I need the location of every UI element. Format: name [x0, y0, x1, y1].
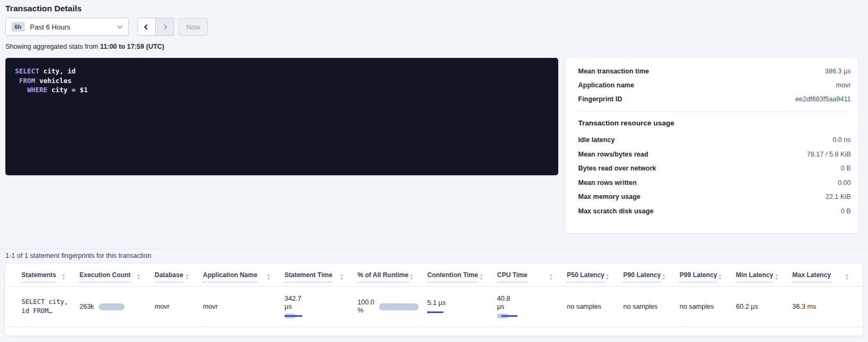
next-time-button[interactable]	[156, 18, 174, 36]
summary-row-mean-transaction-time: Mean transaction time 386.3 µs	[578, 64, 851, 78]
cell-execution-count: 263k	[79, 287, 155, 327]
column-header-p50-latency[interactable]: P50 Latency▲▼	[567, 264, 623, 287]
statements-table-card: Statements▲▼ Execution Count▲▼ Database▲…	[5, 264, 863, 336]
column-header-p99-latency[interactable]: P99 Latency▲▼	[680, 264, 736, 287]
column-header-min-latency[interactable]: Min Latency▲▼	[736, 264, 792, 287]
sort-icon: ▲▼	[845, 273, 849, 282]
sort-icon: ▲▼	[410, 273, 413, 282]
prev-time-button[interactable]	[137, 18, 156, 36]
resource-row-max-memory-usage: Max memory usage 22.1 KiB	[578, 190, 851, 204]
cell-max-latency: 36.3 ms	[792, 287, 863, 327]
time-range-badge: 6h	[11, 22, 25, 32]
chevron-down-icon	[118, 24, 123, 29]
statement-row: SELECT city,id FROM… 263k movr movr 342.…	[5, 287, 863, 327]
sort-icon: ▲▼	[479, 273, 483, 282]
transaction-summary-card: Mean transaction time 386.3 µs Applicati…	[565, 58, 858, 233]
resource-usage-title: Transaction resource usage	[578, 118, 851, 128]
cell-cpu-time: 40.8 µs	[497, 287, 567, 327]
caption-time-range: 11:00 to 17:59 (UTC)	[100, 43, 164, 50]
statement-time-bar	[285, 314, 358, 318]
column-header-execution-count[interactable]: Execution Count▲▼	[79, 264, 155, 287]
time-range-picker[interactable]: 6h Past 6 Hours	[5, 18, 129, 36]
sort-icon: ▲▼	[606, 273, 609, 282]
cell-statement: SELECT city,id FROM…	[5, 287, 79, 327]
cell-database: movr	[155, 287, 203, 327]
chevron-right-icon	[162, 24, 167, 29]
time-range-label: Past 6 Hours	[30, 23, 118, 31]
sort-icon: ▲▼	[662, 273, 666, 282]
column-header-percent-of-all-runtime[interactable]: % of All Runtime▲▼	[358, 264, 427, 287]
resource-row-bytes-read-over-network: Bytes read over network 0 B	[578, 161, 851, 176]
summary-row-fingerprint-id: Fingerprint ID ee2df683f5aa9411	[578, 92, 851, 106]
sort-icon: ▲▼	[718, 273, 722, 282]
statements-table: Statements▲▼ Execution Count▲▼ Database▲…	[5, 264, 863, 327]
column-header-max-latency[interactable]: Max Latency▲▼	[792, 264, 863, 287]
sql-statement-box: SELECT city, id FROM vehicles WHERE city…	[5, 58, 558, 175]
cell-percent-of-all-runtime: 100.0 %	[358, 287, 427, 327]
cell-contention-time: 5.1 µs	[427, 287, 497, 327]
column-header-statement-time[interactable]: Statement Time▲▼	[285, 264, 358, 287]
column-header-database[interactable]: Database▲▼	[155, 264, 203, 287]
statement-link[interactable]: SELECT city,id FROM…	[21, 298, 79, 316]
sort-icon: ▲▼	[549, 273, 553, 282]
cell-min-latency: 60.2 µs	[736, 287, 792, 327]
column-header-cpu-time[interactable]: CPU Time▲▼	[497, 264, 567, 287]
resource-row-idle-latency: Idle latency 0.0 ns	[578, 133, 851, 147]
time-nav-group	[137, 18, 174, 36]
resource-row-max-scratch-disk-usage: Max scratch disk usage 0 B	[578, 204, 851, 219]
sort-icon: ▲▼	[185, 273, 189, 282]
cpu-time-bar	[497, 314, 567, 318]
contention-time-bar	[427, 310, 497, 315]
cell-p99-latency: no samples	[680, 287, 736, 327]
time-controls: 6h Past 6 Hours Now	[5, 18, 863, 36]
sort-icon: ▲▼	[137, 273, 141, 282]
runtime-bar	[379, 303, 419, 310]
resource-row-mean-rows-bytes-read: Mean rows/bytes read 78.17 / 5.8 KiB	[578, 147, 851, 162]
sort-icon: ▲▼	[775, 273, 778, 282]
execution-count-bar	[99, 303, 125, 310]
sort-icon: ▲▼	[267, 273, 271, 282]
now-button[interactable]: Now	[179, 18, 208, 36]
sql-line: SELECT city, id	[15, 66, 549, 76]
column-header-statements[interactable]: Statements▲▼	[5, 264, 79, 287]
column-header-p90-latency[interactable]: P90 Latency▲▼	[623, 264, 680, 287]
table-header-row: Statements▲▼ Execution Count▲▼ Database▲…	[5, 264, 863, 287]
sql-line: WHERE city = $1	[15, 85, 549, 95]
sort-icon: ▲▼	[62, 273, 65, 282]
cell-application-name: movr	[203, 287, 285, 327]
caption-prefix: Showing aggregated stats from	[5, 43, 100, 50]
cell-p90-latency: no samples	[623, 287, 680, 327]
page-title: Transaction Details	[5, 3, 863, 14]
sort-icon: ▲▼	[340, 273, 344, 282]
summary-divider	[578, 111, 851, 112]
chevron-left-icon	[144, 24, 149, 29]
main-row: SELECT city, id FROM vehicles WHERE city…	[5, 58, 863, 233]
section-divider	[0, 249, 868, 249]
column-header-application-name[interactable]: Application Name▲▼	[203, 264, 285, 287]
transaction-details-page: Transaction Details 6h Past 6 Hours Now …	[0, 0, 868, 336]
resource-row-mean-rows-written: Mean rows written 0.00	[578, 176, 851, 190]
summary-row-application-name: Application name movr	[578, 78, 851, 92]
sql-line: FROM vehicles	[15, 76, 549, 86]
statements-count-caption: 1-1 of 1 statement fingerprints for this…	[5, 252, 863, 260]
column-header-contention-time[interactable]: Contention Time▲▼	[427, 264, 497, 287]
aggregated-stats-caption: Showing aggregated stats from 11:00 to 1…	[5, 43, 863, 51]
cell-statement-time: 342.7 µs	[285, 287, 358, 327]
cell-p50-latency: no samples	[567, 287, 623, 327]
